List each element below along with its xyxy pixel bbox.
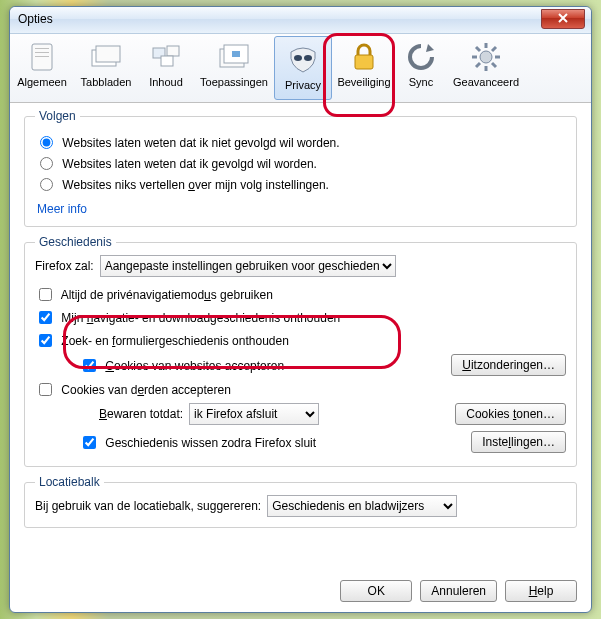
- keep-until-label: Bewaren totdat:: [99, 407, 183, 421]
- tab-sync-label: Sync: [396, 76, 446, 88]
- tab-tabs-label: Tabbladen: [74, 76, 138, 88]
- tab-content-label: Inhoud: [138, 76, 194, 88]
- tab-privacy[interactable]: Privacy: [274, 36, 332, 100]
- check-clear-on-close[interactable]: Geschiedenis wissen zodra Firefox sluit: [79, 433, 316, 452]
- history-mode-select[interactable]: Aangepaste instellingen gebruiken voor g…: [100, 255, 396, 277]
- check-clear-on-close-input[interactable]: [83, 436, 96, 449]
- check-third-party[interactable]: Cookies van derden accepteren: [35, 380, 566, 399]
- cancel-button[interactable]: Annuleren: [420, 580, 497, 602]
- exceptions-button[interactable]: Uitzonderingen…: [451, 354, 566, 376]
- svg-line-23: [476, 63, 480, 67]
- close-button[interactable]: [541, 9, 585, 29]
- security-lock-icon: [351, 42, 377, 72]
- radio-no-pref-input[interactable]: [40, 178, 53, 191]
- svg-point-13: [304, 55, 312, 61]
- tab-applications-label: Toepassingen: [194, 76, 274, 88]
- tabs-icon: [90, 44, 122, 70]
- svg-line-22: [492, 47, 496, 51]
- check-remember-forms[interactable]: Zoek- en formuliergeschiedenis onthouden: [35, 331, 566, 350]
- check-always-private[interactable]: Altijd de privénavigatiemodus gebruiken: [35, 285, 566, 304]
- sync-icon: [406, 42, 436, 72]
- svg-rect-5: [96, 46, 120, 62]
- check-third-party-label: Cookies van derden accepteren: [61, 383, 230, 397]
- keep-until-select[interactable]: ik Firefox afsluit: [189, 403, 319, 425]
- history-group: Geschiedenis Firefox zal: Aangepaste ins…: [24, 235, 577, 467]
- check-remember-nav-input[interactable]: [39, 311, 52, 324]
- category-toolbar: Algemeen Tabbladen Inhoud Toepassingen P…: [10, 34, 591, 103]
- svg-rect-3: [35, 56, 49, 57]
- svg-rect-11: [232, 51, 240, 57]
- advanced-gear-icon: [471, 42, 501, 72]
- window-title: Opties: [18, 12, 53, 26]
- radio-do-track-label: Websites laten weten dat ik gevolgd wil …: [62, 157, 317, 171]
- tab-applications[interactable]: Toepassingen: [194, 34, 274, 102]
- content-icon: [151, 44, 181, 70]
- radio-do-not-track-input[interactable]: [40, 136, 53, 149]
- general-icon: [28, 42, 56, 72]
- help-button[interactable]: Help: [505, 580, 577, 602]
- locationbar-legend: Locatiebalk: [35, 475, 104, 489]
- show-cookies-button[interactable]: Cookies tonen…: [455, 403, 566, 425]
- radio-do-track-input[interactable]: [40, 157, 53, 170]
- clear-settings-button[interactable]: Instellingen…: [471, 431, 566, 453]
- check-remember-forms-label: Zoek- en formuliergeschiedenis onthouden: [61, 334, 289, 348]
- locationbar-label: Bij gebruik van de locatiebalk, suggerer…: [35, 499, 261, 513]
- more-info-link[interactable]: Meer info: [37, 202, 87, 216]
- svg-point-15: [480, 51, 492, 63]
- svg-line-20: [476, 47, 480, 51]
- check-remember-nav[interactable]: Mijn navigatie- en downloadgeschiedenis …: [35, 308, 566, 327]
- privacy-mask-icon: [287, 46, 319, 74]
- svg-point-12: [294, 55, 302, 61]
- tab-general[interactable]: Algemeen: [10, 34, 74, 102]
- tab-security-label: Beveiliging: [332, 76, 396, 88]
- svg-line-21: [492, 63, 496, 67]
- tab-advanced-label: Geavanceerd: [446, 76, 526, 88]
- check-accept-cookies[interactable]: Cookies van websites accepteren: [79, 356, 284, 375]
- close-icon: [558, 13, 568, 23]
- tab-advanced[interactable]: Geavanceerd: [446, 34, 526, 102]
- svg-rect-2: [35, 52, 49, 53]
- check-always-private-label: Altijd de privénavigatiemodus gebruiken: [61, 288, 273, 302]
- radio-do-track[interactable]: Websites laten weten dat ik gevolgd wil …: [35, 154, 566, 171]
- ok-button[interactable]: OK: [340, 580, 412, 602]
- radio-no-pref[interactable]: Websites niks vertellen over mijn volg i…: [35, 175, 566, 192]
- history-legend: Geschiedenis: [35, 235, 116, 249]
- tracking-legend: Volgen: [35, 109, 80, 123]
- radio-do-not-track[interactable]: Websites laten weten dat ik niet gevolgd…: [35, 133, 566, 150]
- radio-do-not-track-label: Websites laten weten dat ik niet gevolgd…: [62, 136, 339, 150]
- dialog-footer: OK Annuleren Help: [340, 580, 577, 602]
- svg-rect-14: [355, 55, 373, 69]
- tab-sync[interactable]: Sync: [396, 34, 446, 102]
- tab-content[interactable]: Inhoud: [138, 34, 194, 102]
- radio-no-pref-label: Websites niks vertellen over mijn volg i…: [62, 178, 329, 192]
- titlebar: Opties: [10, 7, 591, 34]
- locationbar-select[interactable]: Geschiedenis en bladwijzers: [267, 495, 457, 517]
- check-remember-forms-input[interactable]: [39, 334, 52, 347]
- firefox-will-label: Firefox zal:: [35, 259, 94, 273]
- check-clear-on-close-label: Geschiedenis wissen zodra Firefox sluit: [105, 436, 316, 450]
- applications-icon: [218, 43, 250, 71]
- locationbar-group: Locatiebalk Bij gebruik van de locatieba…: [24, 475, 577, 528]
- tab-general-label: Algemeen: [10, 76, 74, 88]
- check-accept-cookies-input[interactable]: [83, 359, 96, 372]
- svg-rect-7: [167, 46, 179, 56]
- check-remember-nav-label: Mijn navigatie- en downloadgeschiedenis …: [61, 311, 340, 325]
- check-third-party-input[interactable]: [39, 383, 52, 396]
- svg-rect-1: [35, 48, 49, 49]
- check-accept-cookies-label: Cookies van websites accepteren: [105, 359, 284, 373]
- tab-tabs[interactable]: Tabbladen: [74, 34, 138, 102]
- tab-security[interactable]: Beveiliging: [332, 34, 396, 102]
- check-always-private-input[interactable]: [39, 288, 52, 301]
- tab-privacy-label: Privacy: [275, 79, 331, 91]
- tracking-group: Volgen Websites laten weten dat ik niet …: [24, 109, 577, 227]
- svg-rect-8: [161, 56, 173, 66]
